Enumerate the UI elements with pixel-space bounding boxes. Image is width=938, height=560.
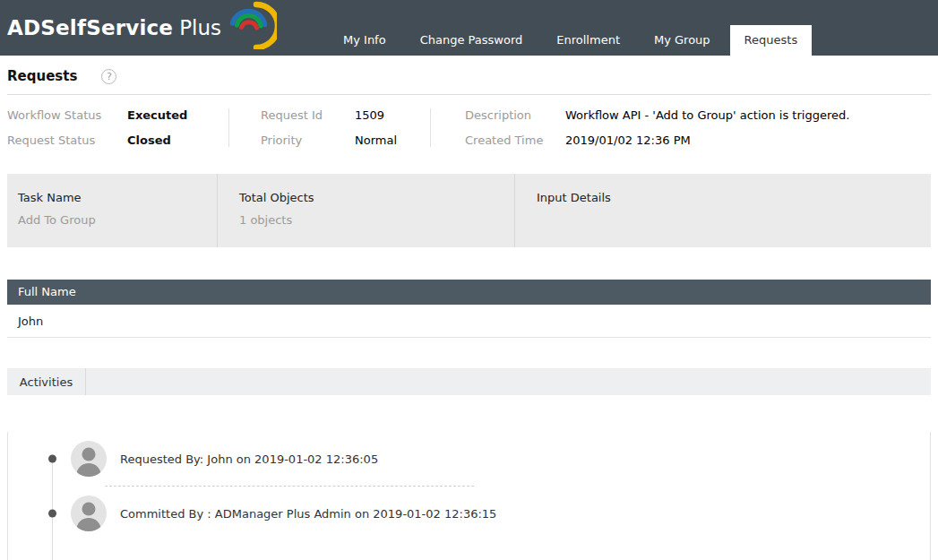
input-details-value: [537, 213, 931, 228]
request-id-label: Request Id: [261, 108, 355, 122]
total-objects-label: Total Objects: [239, 191, 514, 204]
tab-change-password[interactable]: Change Password: [406, 25, 538, 56]
timeline-bullet: [48, 455, 56, 463]
activity-text: Committed By : ADManager Plus Admin on 2…: [120, 507, 496, 521]
tab-requests[interactable]: Requests: [730, 25, 813, 56]
task-name-value: Add To Group: [18, 213, 217, 228]
tab-activities[interactable]: Activities: [7, 368, 86, 395]
input-details-column: Input Details: [515, 174, 931, 247]
app-logo: ADSelfService Plus: [0, 0, 277, 56]
description-label: Description: [465, 108, 565, 122]
activities-section: Activities Requested By: John on 2019-01…: [7, 368, 931, 560]
page-title-row: Requests ?: [7, 56, 931, 94]
app-header: ADSelfService Plus My Info Change Passwo…: [0, 0, 938, 56]
input-details-label: Input Details: [537, 191, 931, 204]
task-name-column: Task Name Add To Group: [7, 174, 218, 247]
activities-tab-bar: Activities: [7, 368, 931, 395]
page-title: Requests: [7, 68, 77, 84]
table-row: John: [7, 305, 931, 338]
tab-enrollment[interactable]: Enrollment: [542, 25, 634, 56]
objects-table: Full Name John: [7, 280, 931, 338]
priority-label: Priority: [261, 134, 355, 147]
description-value: Workflow API - 'Add to Group' action is …: [565, 108, 931, 122]
total-objects-value: 1 objects: [239, 213, 514, 228]
summary-column-description: Description Workflow API - 'Add to Group…: [430, 108, 931, 147]
request-id-value: 1509: [355, 108, 430, 122]
task-name-label: Task Name: [18, 191, 217, 204]
user-avatar: [71, 495, 107, 531]
total-objects-column: Total Objects 1 objects: [218, 174, 515, 247]
brand-name-light: Plus: [179, 16, 221, 39]
created-time-label: Created Time: [465, 134, 565, 147]
timeline-bullet: [48, 510, 56, 518]
timeline-line: [52, 455, 53, 560]
request-status-label: Request Status: [7, 134, 127, 147]
summary-column-status: Workflow Status Executed Request Status …: [7, 108, 228, 147]
request-status-value: Closed: [127, 134, 228, 147]
priority-value: Normal: [355, 134, 430, 147]
activity-item-committed: Committed By : ADManager Plus Admin on 2…: [71, 487, 501, 540]
workflow-status-label: Workflow Status: [7, 108, 127, 122]
tab-my-info[interactable]: My Info: [329, 25, 400, 56]
activity-text: Requested By: John on 2019-01-02 12:36:0…: [120, 452, 378, 466]
workflow-status-value: Executed: [127, 108, 228, 122]
summary-column-id: Request Id 1509 Priority Normal: [228, 108, 430, 147]
page-content: Requests ? Workflow Status Executed Requ…: [0, 56, 938, 560]
activity-item-requested: Requested By: John on 2019-01-02 12:36:0…: [71, 432, 501, 486]
tab-my-group[interactable]: My Group: [640, 25, 725, 56]
full-name-column-header: Full Name: [7, 280, 931, 305]
brand-swoosh-icon: [223, 0, 277, 52]
activities-body: Requested By: John on 2019-01-02 12:36:0…: [7, 432, 931, 560]
help-icon[interactable]: ?: [101, 69, 116, 84]
request-summary: Workflow Status Executed Request Status …: [7, 95, 931, 163]
created-time-value: 2019/01/02 12:36 PM: [565, 134, 931, 147]
user-avatar: [71, 441, 107, 477]
main-nav: My Info Change Password Enrollment My Gr…: [329, 0, 817, 56]
task-panel: Task Name Add To Group Total Objects 1 o…: [7, 174, 931, 247]
brand-name-bold: ADSelfService: [7, 16, 173, 39]
